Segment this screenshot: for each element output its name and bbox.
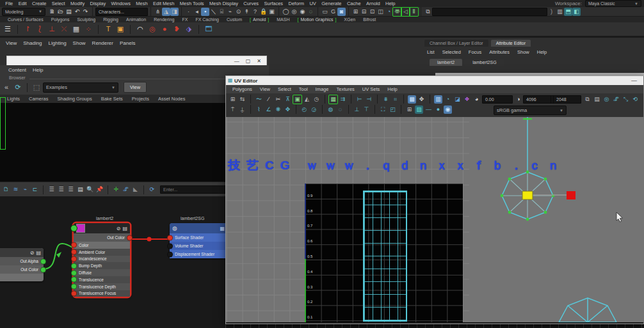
history-input-icon[interactable]: ⊙	[234, 8, 243, 16]
uv-menu-view[interactable]: View	[256, 86, 274, 92]
uv-sew-icon[interactable]: ⌇	[255, 105, 263, 114]
uv-match-icon[interactable]: ⌗	[391, 95, 399, 104]
ae-menu-show[interactable]: Show	[513, 49, 533, 55]
file-page-icon[interactable]: 🗔	[204, 24, 214, 35]
uv-view[interactable]: 0.90.80.70.60.50.40.30.20.10.10.20.30.40…	[226, 117, 643, 322]
panel-layout1-icon[interactable]: ⊞	[351, 8, 360, 16]
uv-menu-tool[interactable]: Tool	[295, 86, 312, 92]
node-row[interactable]: Translucence	[74, 276, 130, 283]
menu-edit[interactable]: Edit	[15, 1, 29, 6]
uv-wrench-icon[interactable]: ◔	[444, 95, 452, 104]
uv-stack-icon[interactable]: ⛶	[379, 105, 387, 114]
nurbs-circle-icon[interactable]: ◎	[147, 24, 157, 35]
browser-tab-asset-nodes[interactable]: Asset Nodes	[154, 96, 190, 102]
node-row[interactable]: Displacement Shader	[170, 250, 227, 258]
shelf-tab-fx-caching[interactable]: FX Caching	[191, 17, 223, 22]
viewport-menu-lighting[interactable]: Lighting	[45, 40, 70, 46]
uv-slash-icon[interactable]: ∠	[264, 105, 273, 114]
shelf-tab-xgen[interactable]: XGen	[340, 17, 359, 22]
uv-menu-image[interactable]: Image	[312, 86, 333, 92]
maximize-button[interactable]: ▢	[246, 58, 251, 64]
uv-a-icon[interactable]: ◉	[444, 105, 452, 114]
node-wave2-icon[interactable]: ⌁	[21, 185, 29, 194]
content-menu-content[interactable]: Content	[5, 67, 29, 73]
node-list-icon[interactable]: ▤	[122, 226, 127, 231]
uv-menu-help[interactable]: Help	[383, 86, 401, 92]
uv-menu-uv-sets[interactable]: UV Sets	[358, 86, 384, 92]
ae-menu-selected[interactable]: Selected	[439, 49, 465, 55]
node-port[interactable]	[71, 263, 77, 269]
node-row[interactable]: Volume Shader	[170, 242, 227, 250]
node-row[interactable]: Color	[74, 242, 130, 249]
menu-surfaces[interactable]: Surfaces	[261, 1, 286, 6]
uv-lasso-icon[interactable]: 〜	[255, 95, 263, 104]
uv-exposure-icon[interactable]: ◕	[472, 95, 481, 104]
bifrost-toggle-icon[interactable]: ⦀	[410, 8, 418, 16]
workspace-dropdown[interactable]: Maya Classic▼	[585, 0, 641, 7]
uv-checker-icon[interactable]: ▨	[415, 105, 423, 114]
uv-swap1-icon[interactable]: ⤡	[622, 95, 630, 104]
view-button[interactable]: View	[124, 82, 147, 93]
toolsettings-toggle-icon[interactable]: ◧	[572, 8, 581, 16]
grid-toggle-icon[interactable]: G	[329, 8, 337, 16]
snap-view-icon[interactable]: ⍃	[218, 8, 226, 16]
swatch-icon[interactable]: ⟳	[148, 185, 156, 194]
node-port[interactable]	[127, 235, 133, 240]
node-row[interactable]: Diffuse	[74, 269, 130, 276]
uv-paint-icon[interactable]: ◪	[453, 95, 462, 104]
uv-udim-u-field[interactable]: 4096	[523, 95, 551, 104]
panel-layout4-icon[interactable]: ◫	[376, 8, 385, 16]
shelf-menu-icon[interactable]: ☰	[3, 24, 13, 35]
menu-create[interactable]: Create	[29, 1, 49, 6]
uv-crosshair-icon[interactable]: ✥	[417, 95, 426, 104]
panel-layout2-icon[interactable]: ⊟	[360, 8, 368, 16]
panel-tab-attribute-editor[interactable]: Attribute Editor	[491, 40, 531, 47]
node-port[interactable]	[40, 267, 46, 272]
view-transform-dropdown[interactable]: sRGB gamma▼	[494, 105, 567, 115]
metaball-icon[interactable]: ❥	[172, 24, 182, 35]
browser-tab-projects[interactable]: Projects	[127, 96, 154, 102]
ae-node-tab-lambert2[interactable]: lambert2	[430, 59, 462, 66]
uv-pin-down-icon[interactable]: ⍑	[229, 105, 237, 114]
uv-cut-line-icon[interactable]: ∕	[264, 95, 273, 104]
minimize-button[interactable]: —	[631, 77, 643, 84]
node-port[interactable]	[167, 251, 173, 257]
nurbs-sphere-icon[interactable]: ●	[159, 24, 170, 35]
menu-help[interactable]: Help	[383, 1, 398, 6]
node-row[interactable]: Surface Shader	[170, 233, 227, 242]
highlight-icon[interactable]: ▣	[268, 8, 276, 16]
menu-select[interactable]: Select	[49, 1, 68, 6]
zoom-icon[interactable]: 🔍	[86, 185, 94, 194]
curve-editing-icon[interactable]: ⤫	[59, 24, 69, 35]
make-live-icon[interactable]: ⌁	[226, 8, 234, 16]
menu-generate[interactable]: Generate	[319, 1, 344, 6]
render-settings-icon[interactable]: ◉	[298, 8, 307, 16]
select-component-icon[interactable]: ◨	[170, 8, 179, 16]
pin-icon[interactable]: 📌	[95, 185, 104, 194]
uv-dim-icon[interactable]: ⊞	[405, 105, 414, 114]
undo-icon[interactable]: ↶	[73, 8, 81, 16]
viewport-menu-panels[interactable]: Panels	[117, 40, 138, 46]
shelf-tab-sculpting[interactable]: Sculpting	[73, 17, 99, 22]
ae-menu-list[interactable]: List	[423, 49, 439, 55]
menu-mesh-display[interactable]: Mesh Display	[207, 1, 241, 6]
node-port[interactable]	[71, 249, 77, 255]
type-tool-icon[interactable]: T	[103, 24, 113, 35]
uv-align-left-icon[interactable]: ⊢	[355, 95, 364, 104]
browser-tab-lights[interactable]: Lights	[3, 96, 24, 102]
shelf-tab-curves-surfaces[interactable]: Curves / Surfaces	[4, 17, 47, 22]
material-swatch[interactable]	[76, 224, 85, 233]
panel-layout3-icon[interactable]: ⊡	[368, 8, 376, 16]
history-output-icon[interactable]: ↟	[243, 8, 251, 16]
node-state-icon[interactable]: ⊘	[117, 226, 121, 231]
menu-arnold[interactable]: Arnold	[364, 1, 383, 6]
node-bracket-icon[interactable]: ⊏	[31, 185, 39, 194]
ae-menu-focus[interactable]: Focus	[465, 49, 485, 55]
shelf-tab-fx[interactable]: FX	[178, 17, 191, 22]
browser-path-dropdown[interactable]: Examples▼	[43, 82, 118, 93]
uv-align-right-icon[interactable]: ⊣	[365, 95, 373, 104]
snap-point-icon[interactable]: ▪	[201, 8, 209, 16]
open-scene-icon[interactable]: 🗁	[56, 8, 65, 16]
uv-menu-polygons[interactable]: Polygons	[229, 86, 256, 92]
cv-curve-tool-icon[interactable]: ↾	[22, 24, 33, 35]
